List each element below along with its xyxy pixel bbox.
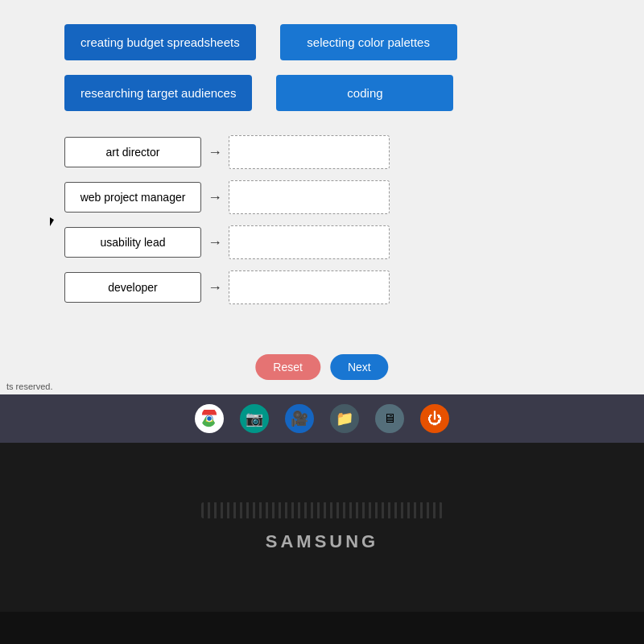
match-row-developer: developer →	[64, 270, 580, 304]
btn-selecting-color[interactable]: selecting color palettes	[280, 24, 457, 60]
dropzone-web-project[interactable]	[229, 180, 390, 214]
dropzone-usability[interactable]	[229, 225, 390, 259]
match-label-web-project: web project manager	[64, 182, 201, 213]
next-button[interactable]: Next	[330, 354, 389, 380]
drag-buttons-row-1: creating budget spreadsheets selecting c…	[64, 24, 580, 60]
match-row-usability: usability lead →	[64, 225, 580, 259]
chrome-icon[interactable]	[195, 404, 224, 433]
footer-text: ts reserved.	[6, 382, 52, 391]
taskbar: 📷 🎥 📁 🖥 ⏻	[0, 394, 644, 443]
screen-content: creating budget spreadsheets selecting c…	[0, 0, 644, 394]
btn-coding[interactable]: coding	[276, 75, 453, 111]
drag-buttons-row-2: researching target audiences coding	[64, 75, 580, 111]
camera-icon[interactable]: 📷	[240, 404, 269, 433]
screen: creating budget spreadsheets selecting c…	[0, 0, 644, 394]
arrow-web-project: →	[208, 189, 222, 206]
matching-section: art director → web project manager → usa…	[64, 135, 580, 304]
match-label-usability: usability lead	[64, 227, 201, 258]
arrow-usability: →	[208, 234, 222, 251]
laptop-bezel: 📷 🎥 📁 🖥 ⏻ SAMSUNG	[0, 394, 644, 644]
match-label-developer: developer	[64, 272, 201, 303]
samsung-logo: SAMSUNG	[266, 531, 378, 552]
monitor-icon[interactable]: 🖥	[375, 404, 404, 433]
cursor-icon	[50, 217, 58, 225]
btn-researching-target[interactable]: researching target audiences	[64, 75, 252, 111]
match-label-art-director: art director	[64, 137, 201, 167]
match-row-web-project: web project manager →	[64, 180, 580, 214]
speaker-grille	[201, 502, 443, 518]
dropzone-art-director[interactable]	[229, 135, 390, 169]
svg-point-2	[207, 416, 212, 421]
reset-button[interactable]: Reset	[255, 354, 320, 380]
btn-creating-budget[interactable]: creating budget spreadsheets	[64, 24, 256, 60]
match-row-art-director: art director →	[64, 135, 580, 169]
video-icon[interactable]: 🎥	[285, 404, 314, 433]
folder-icon[interactable]: 📁	[330, 404, 359, 433]
power-icon[interactable]: ⏻	[420, 404, 449, 433]
arrow-developer: →	[208, 279, 222, 296]
dropzone-developer[interactable]	[229, 270, 390, 304]
arrow-art-director: →	[208, 144, 222, 161]
speaker-area: SAMSUNG	[0, 443, 644, 612]
bottom-bar	[0, 612, 644, 644]
bottom-buttons: Reset Next	[255, 354, 388, 380]
